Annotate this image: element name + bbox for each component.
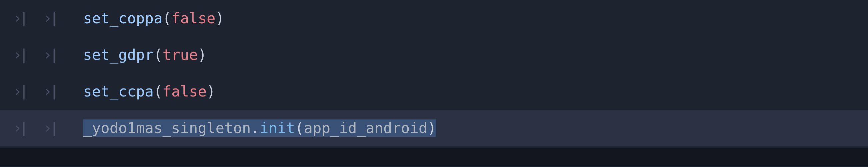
code-line[interactable]: ›| ›| set_gdpr(true) — [0, 37, 868, 73]
paren-close: ) — [198, 46, 207, 64]
text-selection[interactable]: _yodo1mas_singleton.init(app_id_android) — [83, 119, 436, 137]
indent-guide-icon: ›| — [44, 83, 57, 100]
paren-close: ) — [216, 10, 225, 27]
code-editor[interactable]: ›| ›| set_coppa(false) ›| ›| set_gdpr(tr… — [0, 0, 868, 166]
indent-guide-icon: ›| — [44, 47, 57, 63]
function-name: set_ccpa — [83, 83, 154, 100]
editor-bottom-strip — [0, 149, 868, 166]
indent-guide-icon: ›| — [44, 120, 57, 136]
indent-guide-icon: ›| — [44, 10, 57, 27]
constant: false — [171, 10, 215, 27]
indent-guide-icon: ›| — [13, 47, 26, 63]
indent-guide-icon: ›| — [13, 83, 26, 100]
indent-guide-icon: ›| — [13, 120, 26, 136]
constant: true — [163, 46, 198, 64]
method-name: init — [260, 119, 295, 136]
code-line[interactable]: ›| ›| set_ccpa(false) — [0, 73, 868, 110]
paren-close: ) — [427, 119, 436, 136]
dot-operator: . — [251, 119, 260, 136]
paren-open: ( — [154, 83, 163, 100]
paren-open: ( — [163, 10, 172, 27]
argument: app_id_android — [304, 119, 427, 136]
indent-guide-icon: ›| — [13, 10, 26, 27]
paren-open: ( — [154, 46, 163, 64]
identifier: _yodo1mas_singleton — [83, 119, 251, 136]
paren-open: ( — [295, 119, 304, 136]
paren-close: ) — [207, 83, 216, 100]
code-line-highlighted[interactable]: ›| ›| _yodo1mas_singleton.init(app_id_an… — [0, 110, 868, 147]
function-name: set_coppa — [83, 10, 162, 27]
constant: false — [163, 83, 207, 100]
function-name: set_gdpr — [83, 46, 154, 64]
code-line[interactable]: ›| ›| set_coppa(false) — [0, 0, 868, 37]
